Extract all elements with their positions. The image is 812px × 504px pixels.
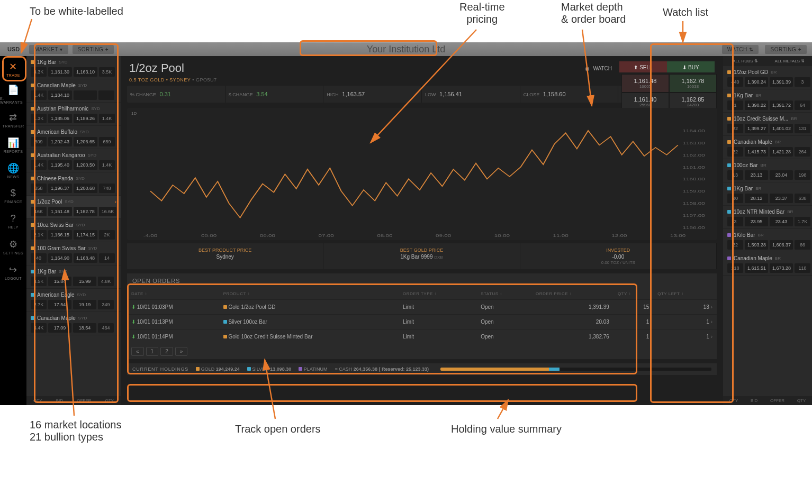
- orders-title: OPEN ORDERS: [127, 273, 717, 288]
- current-holdings: CURRENT HOLDINGS GOLD 194,249.24 SILVER …: [127, 363, 717, 375]
- e-warrants-icon: 📄: [7, 84, 19, 96]
- watchlist-item[interactable]: 1/2oz Pool GDBR 4401,390.241,391.393: [723, 66, 812, 89]
- market-item[interactable]: 1Kg BarSYD 4.5K15.8415.994.8K: [26, 265, 121, 289]
- help-icon: ?: [11, 213, 16, 224]
- market-item[interactable]: Canadian MapleSYD 3.4K17.0918.54464: [26, 312, 121, 335]
- watch-button[interactable]: ◉ WATCH: [578, 61, 619, 76]
- buy-button[interactable]: ⬇ BUY: [667, 61, 715, 72]
- logout-icon: ↪: [9, 264, 17, 276]
- download-icon: ⬇: [682, 65, 687, 70]
- svg-text:1163.00: 1163.00: [683, 141, 706, 145]
- market-item[interactable]: Australian KangarooSYD 1.4K1,195.401,200…: [26, 149, 121, 172]
- page-button[interactable]: 2: [160, 347, 173, 356]
- market-item[interactable]: 1Kg BarSYD 4.3K1,161.301,163.103.5K: [26, 56, 121, 79]
- nav-trade[interactable]: ✕TRADE: [0, 56, 26, 81]
- orders-col[interactable]: ORDER PRICE: [531, 288, 613, 300]
- annot-whitelabel: To be white-labelled: [30, 5, 123, 17]
- reports-icon: 📊: [7, 137, 19, 149]
- app-frame: ✕TRADE📄E-WARRANTS⇄TRANSFER📊REPORTS🌐NEWS$…: [0, 42, 812, 405]
- page-button[interactable]: «: [131, 347, 144, 356]
- order-row[interactable]: ⬇ 10/01 01:14PM Gold 10oz Credit Suisse …: [127, 329, 717, 344]
- annot-locations: 16 market locations 21 bullion types: [30, 419, 121, 443]
- svg-text:1157.00: 1157.00: [683, 213, 706, 218]
- svg-text:12:00: 12:00: [611, 233, 627, 238]
- market-panel: 1Kg BarSYD 4.3K1,161.301,163.103.5KCanad…: [26, 42, 121, 405]
- depth-ask-0[interactable]: 1,162.7816638: [669, 74, 717, 93]
- orders-col[interactable]: PRODUCT: [219, 288, 399, 300]
- annot-watch: Watch list: [663, 6, 708, 19]
- trade-icon: ✕: [9, 61, 17, 72]
- nav-help[interactable]: ?HELP: [0, 208, 26, 234]
- watchlist-item[interactable]: 1Kg BarBR 2028.1223.37638: [723, 182, 812, 206]
- nav-reports[interactable]: 📊REPORTS: [0, 132, 26, 158]
- orders-pager[interactable]: «12»: [127, 344, 717, 359]
- sell-button[interactable]: ⬆ SELL: [619, 61, 667, 72]
- left-nav: ✕TRADE📄E-WARRANTS⇄TRANSFER📊REPORTS🌐NEWS$…: [0, 42, 26, 405]
- annot-track: Track open orders: [235, 423, 321, 435]
- sorting2-dropdown[interactable]: SORTING +: [765, 45, 807, 54]
- sorting-dropdown[interactable]: SORTING +: [73, 45, 114, 54]
- market-item[interactable]: Chinese PandaSYD 8581,196.371,200.68748: [26, 172, 121, 196]
- page-button[interactable]: 1: [146, 347, 159, 356]
- market-item[interactable]: Austrian PhilharmonicSYD 1.3K1,185.061,1…: [26, 103, 121, 126]
- svg-text:-4:00: -4:00: [143, 233, 158, 238]
- news-icon: 🌐: [7, 162, 19, 174]
- watchlist-item[interactable]: 1Kilo BarBR 221,593.281,606.3766: [723, 229, 812, 252]
- topbar: USD MARKET ▾ SORTING + Your Institution …: [0, 42, 812, 56]
- depth-bid-0[interactable]: 1,161.4816005: [621, 74, 669, 93]
- market-item[interactable]: 10oz Swiss BarSYD 2.1K1,166.151,174.152K: [26, 219, 121, 242]
- hub-dropdown[interactable]: ALL HUBS ⇅: [723, 56, 768, 66]
- market-dropdown[interactable]: MARKET ▾: [29, 45, 68, 54]
- product-title: 1/2oz Pool: [129, 61, 216, 75]
- product-subtitle: 0.5 TOZ GOLD • SYDNEY • GPO5U7: [129, 77, 216, 83]
- nav-transfer[interactable]: ⇄TRANSFER: [0, 107, 26, 132]
- nav-settings[interactable]: ⚙SETTINGS: [0, 234, 26, 259]
- nav-finance[interactable]: $FINANCE: [0, 183, 26, 208]
- svg-text:06:00: 06:00: [260, 233, 276, 238]
- watchlist-item[interactable]: Canadian MapleBR 1181,615.511,673.28118: [723, 252, 812, 276]
- svg-text:05:00: 05:00: [201, 233, 217, 238]
- settings-icon: ⚙: [9, 239, 17, 250]
- metal-dropdown[interactable]: ALL METALS ⇅: [768, 56, 812, 66]
- annot-holdings: Holding value summary: [451, 423, 562, 435]
- svg-text:10:00: 10:00: [494, 233, 510, 238]
- eye-icon: ◉: [585, 66, 590, 71]
- order-row[interactable]: ⬇ 10/01 01:03PM Gold 1/2oz Pool GDLimitO…: [127, 300, 717, 315]
- upload-icon: ⬆: [634, 65, 638, 70]
- nav-e-warrants[interactable]: 📄E-WARRANTS: [0, 81, 26, 107]
- order-row[interactable]: ⬇ 10/01 01:13PM Silver 100oz BarLimitOpe…: [127, 315, 717, 329]
- svg-text:1159.00: 1159.00: [683, 189, 706, 194]
- market-item[interactable]: American BuffaloSYD 6091,202.431,206.656…: [26, 126, 121, 149]
- svg-text:1164.00: 1164.00: [683, 129, 706, 133]
- watchlist-item[interactable]: 100oz BarBR 1323.1323.04198: [723, 159, 812, 182]
- orders-col[interactable]: DATE: [127, 288, 219, 300]
- svg-text:1161.00: 1161.00: [683, 164, 706, 169]
- svg-text:07:00: 07:00: [319, 233, 335, 238]
- watch-dropdown[interactable]: WATCH ⇅: [722, 45, 759, 54]
- open-orders: OPEN ORDERS DATEPRODUCTORDER TYPESTATUSO…: [127, 273, 717, 359]
- nav-news[interactable]: 🌐NEWS: [0, 158, 26, 183]
- page-button[interactable]: »: [175, 347, 188, 356]
- market-item[interactable]: 100 Gram Swiss BarSYD 401,164.901,168.48…: [26, 242, 121, 265]
- watchlist-item[interactable]: Canadian MapleBR 221,415.731,421.28264: [723, 136, 812, 159]
- watchlist-panel: ALL HUBS ⇅ ALL METALS ⇅ 1/2oz Pool GDBR …: [723, 42, 812, 405]
- market-item[interactable]: American EagleSYD 2.7K17.5419.19349: [26, 289, 121, 312]
- orders-col[interactable]: QTY: [613, 288, 653, 300]
- watchlist-item[interactable]: 1Kg BarBR 11,390.221,391.7264: [723, 89, 812, 113]
- annot-realtime: Real-time pricing: [459, 1, 505, 25]
- market-item[interactable]: Canadian MapleSYD 1.4K1,184.10: [26, 79, 121, 103]
- price-chart[interactable]: 1D 1156.001157.001158.001159.001160.0011…: [127, 108, 717, 240]
- watchlist-item[interactable]: 10oz Credit Suisse M...BR 221,399.271,40…: [723, 113, 812, 136]
- currency-selector[interactable]: USD: [0, 46, 27, 52]
- finance-icon: $: [11, 188, 16, 199]
- nav-logout[interactable]: ↪LOGOUT: [0, 259, 26, 285]
- svg-text:1160.00: 1160.00: [683, 177, 706, 181]
- orders-col[interactable]: STATUS: [476, 288, 531, 300]
- market-item[interactable]: 1/2oz PoolSYD› 16K1,161.481,162.7816.6K: [26, 196, 121, 219]
- svg-text:11:00: 11:00: [553, 233, 569, 238]
- svg-text:08:00: 08:00: [377, 233, 393, 238]
- watchlist-item[interactable]: 10oz NTR Minted BarBR 323.9523.431.7K: [723, 206, 812, 229]
- orders-col[interactable]: QTY LEFT: [653, 288, 717, 300]
- orders-col[interactable]: ORDER TYPE: [399, 288, 476, 300]
- market-footer: QTYBIDOFFERQTY: [26, 396, 121, 405]
